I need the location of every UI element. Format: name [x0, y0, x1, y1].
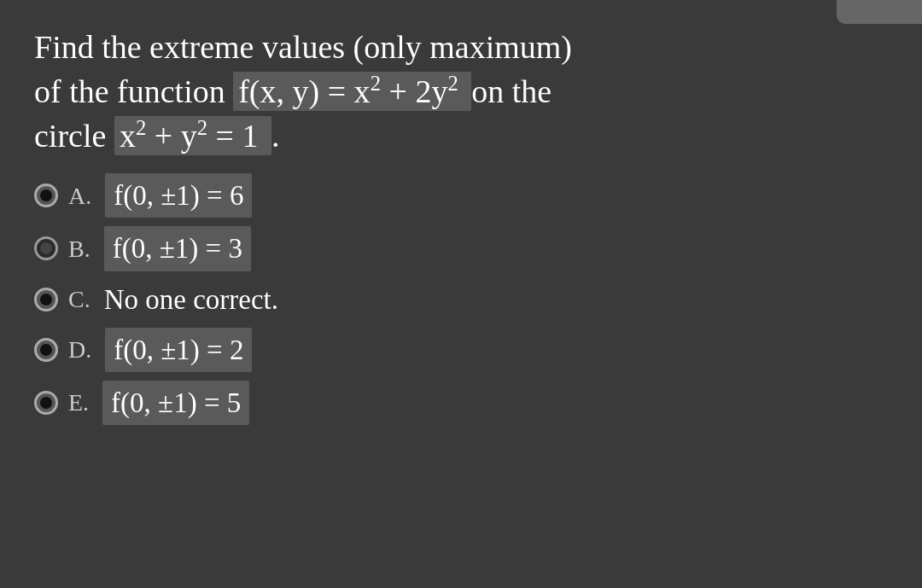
option-d-radio[interactable] — [34, 338, 58, 362]
question-line2-prefix: of the function — [34, 73, 225, 109]
option-b[interactable]: B. f(0, ±1) = 3 — [34, 226, 888, 271]
question-line1: Find the extreme values (only maximum) — [34, 29, 572, 65]
question-text: Find the extreme values (only maximum) o… — [34, 26, 888, 158]
option-d-label: D. — [68, 333, 91, 366]
option-c-text: No one correct. — [104, 280, 278, 319]
option-e-radio[interactable] — [34, 391, 58, 415]
question-line3-prefix: circle — [34, 118, 106, 154]
option-e-math: f(0, ±1) = 5 — [102, 381, 249, 425]
option-a-label: A. — [68, 179, 91, 212]
circle-expression: x2 + y2 = 1 — [114, 116, 271, 155]
option-d-math: f(0, ±1) = 2 — [105, 328, 252, 372]
option-e[interactable]: E. f(0, ±1) = 5 — [34, 381, 888, 425]
option-c-radio[interactable] — [34, 288, 58, 311]
option-b-radio[interactable] — [34, 236, 58, 260]
options-list: A. f(0, ±1) = 6 B. f(0, ±1) = 3 C. No on… — [34, 173, 888, 425]
option-c[interactable]: C. No one correct. — [34, 280, 888, 319]
option-c-label: C. — [68, 282, 90, 316]
option-b-label: B. — [68, 232, 90, 265]
option-e-label: E. — [68, 386, 89, 419]
option-a-radio[interactable] — [34, 183, 58, 207]
option-b-math: f(0, ±1) = 3 — [104, 226, 251, 271]
option-a-math: f(0, ±1) = 6 — [105, 173, 252, 218]
main-content: Find the extreme values (only maximum) o… — [34, 26, 888, 425]
option-a[interactable]: A. f(0, ±1) = 6 — [34, 173, 888, 218]
question-line2-suffix: on the — [471, 73, 551, 109]
top-right-decoration — [837, 0, 922, 24]
option-d[interactable]: D. f(0, ±1) = 2 — [34, 328, 888, 372]
function-expression: f(x, y) = x2 + 2y2 — [233, 72, 471, 111]
question-line3-suffix: . — [271, 118, 280, 154]
